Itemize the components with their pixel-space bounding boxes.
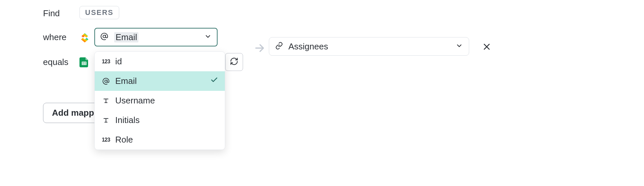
dropdown-option-id[interactable]: 123 id: [95, 52, 225, 71]
chevron-down-icon: [204, 33, 212, 41]
dropdown-option-label: Username: [115, 95, 155, 106]
find-label: Find: [43, 8, 60, 19]
dropdown-option-label: Email: [115, 76, 137, 86]
arrow-right-icon: [254, 42, 265, 55]
svg-point-0: [103, 35, 106, 38]
svg-rect-6: [84, 62, 84, 65]
at-icon: [101, 78, 111, 85]
dropdown-option-label: Role: [115, 135, 133, 145]
chevron-down-icon: [456, 42, 463, 51]
check-icon: [210, 76, 218, 86]
google-sheets-icon: [79, 57, 89, 67]
refresh-button[interactable]: [225, 53, 243, 71]
svg-rect-5: [82, 62, 82, 65]
link-icon: [275, 42, 283, 51]
number-icon: 123: [101, 137, 111, 143]
at-icon: [100, 32, 108, 42]
dropdown-option-label: id: [115, 56, 122, 67]
target-field-select[interactable]: Assignees: [269, 37, 469, 56]
text-icon: [101, 117, 111, 124]
remove-mapping-button[interactable]: [482, 42, 491, 52]
text-icon: [101, 97, 111, 104]
users-tag: USERS: [79, 6, 119, 19]
number-icon: 123: [101, 59, 111, 65]
where-label: where: [43, 32, 67, 42]
dropdown-option-initials[interactable]: Initials: [95, 110, 225, 130]
equals-label: equals: [43, 57, 69, 67]
where-field-value: Email: [114, 32, 138, 42]
dropdown-option-label: Initials: [115, 115, 140, 125]
where-field-select[interactable]: Email: [94, 28, 218, 46]
refresh-icon: [230, 57, 238, 67]
dropdown-option-email[interactable]: Email: [95, 71, 225, 91]
dropdown-option-username[interactable]: Username: [95, 91, 225, 110]
clickup-icon: [79, 32, 90, 43]
where-field-dropdown: 123 id Email Username: [94, 51, 225, 150]
svg-rect-7: [86, 62, 86, 65]
target-field-value: Assignees: [288, 41, 328, 52]
dropdown-option-role[interactable]: 123 Role: [95, 130, 225, 150]
svg-point-1: [105, 80, 107, 82]
